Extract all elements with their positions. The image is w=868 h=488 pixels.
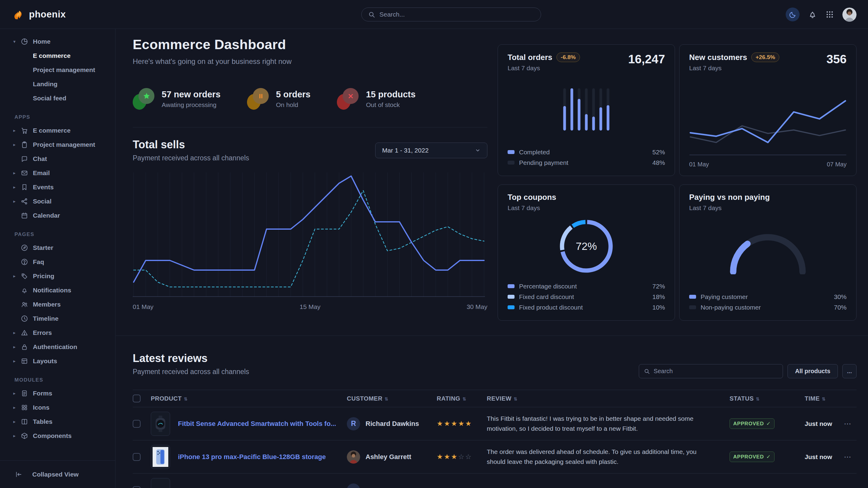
bookmark-icon [21, 183, 28, 191]
sidebar-item-components[interactable]: ▸ Components [0, 429, 115, 443]
sidebar-item-social[interactable]: ▸ Social [0, 194, 115, 208]
sidebar-item-icons[interactable]: ▸ Icons [0, 400, 115, 415]
review-text: This Fitbit is fantastic! I was trying t… [487, 414, 730, 433]
brand-logo[interactable]: phoenix [12, 8, 66, 21]
sidebar-item-tables[interactable]: ▸ Tables [0, 415, 115, 429]
bell-icon [21, 286, 28, 294]
sidebar-item-ecommerce-home[interactable]: E commerce [0, 48, 115, 63]
sidebar-item-faq[interactable]: Faq [0, 255, 115, 269]
all-products-button[interactable]: All products [787, 364, 838, 378]
row-checkbox[interactable] [133, 453, 141, 461]
sidebar-item-landing[interactable]: Landing [0, 77, 115, 91]
product-link[interactable]: Fitbit Sense Advanced Smartwatch with To… [178, 420, 336, 428]
sidebar-item-calendar[interactable]: Calendar [0, 208, 115, 223]
sidebar-item-layouts[interactable]: ▸ Layouts [0, 354, 115, 368]
theme-toggle-button[interactable] [786, 7, 800, 22]
caret-right-icon: ▸ [13, 405, 21, 410]
calendar-icon [21, 212, 28, 220]
page-subtitle: Here's what's going on at your business … [133, 57, 487, 66]
row-actions-button[interactable]: ⋯ [844, 453, 852, 461]
sidebar-item-home[interactable]: ▾ Home [0, 34, 115, 48]
legend-fixed-product-discount: Fixed product discount 10% [507, 302, 665, 313]
total-orders-title: Total orders [507, 53, 552, 62]
sidebar-section-modules: MODULES [0, 377, 115, 383]
new-customers-x-axis: 01 May 07 May [689, 161, 846, 168]
sidebar-item-authentication[interactable]: ▸ Authentication [0, 340, 115, 354]
sidebar-item-forms[interactable]: ▸ Forms [0, 386, 115, 400]
sidebar: ▾ Home E commerce Project management Lan… [0, 29, 116, 488]
caret-right-icon: ▸ [13, 170, 21, 176]
sidebar-item-project-management-app[interactable]: ▸ Project management [0, 137, 115, 152]
paying-title: Paying vs non paying [689, 193, 770, 202]
apps-menu-button[interactable] [826, 10, 834, 19]
collapse-sidebar-button[interactable]: Collapsed View [0, 460, 115, 488]
customer-letter-avatar: R [347, 417, 360, 430]
caret-right-icon: ▸ [13, 199, 21, 204]
lock-icon [21, 343, 28, 351]
global-search[interactable] [361, 7, 541, 22]
stat-out-of-stock: 15 products Out of stock [337, 88, 415, 110]
sidebar-item-events[interactable]: ▸ Events [0, 180, 115, 194]
product-image-iphone [151, 445, 170, 469]
sidebar-item-members[interactable]: Members [0, 297, 115, 312]
total-orders-bar-chart [561, 88, 612, 131]
sidebar-item-social-feed[interactable]: Social feed [0, 91, 115, 105]
column-status[interactable]: STATUS⇅ [730, 395, 805, 402]
sidebar-item-starter[interactable]: Starter [0, 240, 115, 255]
sidebar-item-pricing[interactable]: ▸ Pricing [0, 269, 115, 283]
row-checkbox[interactable] [133, 486, 141, 488]
date-range-select[interactable]: Mar 1 - 31, 2022 [375, 142, 487, 158]
pie-chart-icon [21, 38, 28, 45]
layout-icon [21, 357, 28, 365]
sidebar-item-project-management-home[interactable]: Project management [0, 63, 115, 77]
row-checkbox[interactable] [133, 420, 141, 428]
chevron-down-icon [475, 148, 480, 153]
sidebar-item-errors[interactable]: ▸ Errors [0, 326, 115, 340]
product-image [151, 478, 170, 488]
customer-photo-avatar [347, 450, 360, 464]
sort-icon: ⇅ [822, 396, 826, 401]
select-all-checkbox[interactable] [133, 395, 141, 402]
user-avatar[interactable] [842, 7, 857, 22]
notifications-button[interactable] [808, 10, 817, 19]
reviews-table-header: PRODUCT⇅ CUSTOMER⇅ RATING⇅ REVIEW⇅ STATU… [133, 390, 857, 407]
column-rating[interactable]: RATING⇅ [437, 395, 487, 402]
reviews-search-input[interactable] [654, 368, 778, 375]
sidebar-item-chat[interactable]: Chat [0, 152, 115, 166]
caret-right-icon: ▸ [13, 391, 21, 396]
box-icon [21, 432, 28, 440]
grid-dots-icon [826, 10, 834, 19]
reviews-subtitle: Payment received across all channels [133, 368, 249, 376]
total-sells-x-axis: 01 May 15 May 30 May [133, 303, 487, 311]
new-customers-card: New customers +26.5% Last 7 days 356 01 … [679, 44, 857, 176]
reviews-search[interactable] [639, 364, 783, 378]
status-badge: APPROVED ✓ [730, 418, 775, 429]
table-row [133, 474, 857, 488]
product-link[interactable]: iPhone 13 pro max-Pacific Blue-128GB sto… [178, 453, 326, 461]
sidebar-item-timeline[interactable]: Timeline [0, 312, 115, 326]
completed-swatch [507, 150, 515, 154]
sidebar-item-notifications[interactable]: Notifications [0, 283, 115, 297]
caret-right-icon: ▸ [13, 273, 21, 279]
column-review[interactable]: REVIEW⇅ [487, 395, 730, 402]
column-customer[interactable]: CUSTOMER⇅ [347, 395, 437, 402]
row-actions-button[interactable]: ⋯ [844, 420, 852, 428]
caret-right-icon: ▸ [13, 185, 21, 190]
customer-name: Richard Dawkins [366, 420, 419, 428]
latest-reviews-section: Latest reviews Payment received across a… [133, 352, 857, 488]
sidebar-section-pages: PAGES [0, 231, 115, 237]
pending-swatch [507, 161, 515, 165]
users-icon [21, 300, 28, 308]
check-icon: ✓ [766, 421, 771, 427]
caret-right-icon: ▸ [13, 419, 21, 424]
caret-right-icon: ▸ [13, 330, 21, 335]
sidebar-item-ecommerce-app[interactable]: ▸ E commerce [0, 123, 115, 137]
search-input[interactable] [379, 11, 534, 18]
column-time[interactable]: TIME⇅ [805, 395, 857, 402]
new-customers-value: 356 [826, 53, 846, 66]
customer-name: Ashley Garrett [366, 453, 411, 461]
top-coupons-title: Top coupons [507, 193, 556, 202]
reviews-more-button[interactable]: ... [842, 364, 857, 378]
column-product[interactable]: PRODUCT⇅ [151, 395, 347, 402]
sidebar-item-email[interactable]: ▸ Email [0, 166, 115, 180]
